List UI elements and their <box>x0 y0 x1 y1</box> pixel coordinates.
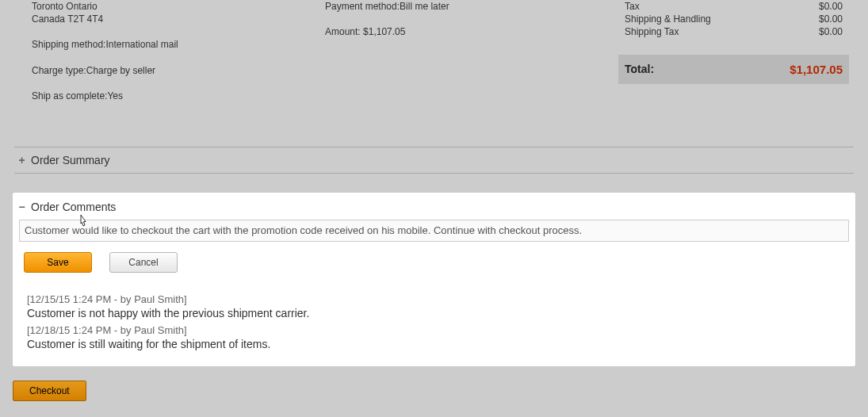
amount-label: Amount: <box>325 26 363 37</box>
comment-body: Customer is still waiting for the shipme… <box>27 338 841 350</box>
totals-tax: Tax $0.00 <box>618 0 849 13</box>
checkout-button[interactable]: Checkout <box>13 381 86 401</box>
order-info-row: Toronto Ontario Canada T2T 4T4 Shipping … <box>0 0 868 102</box>
shipping-label: Shipping & Handling <box>625 13 711 25</box>
shipping-method: Shipping method:International mail <box>32 38 325 51</box>
address-line-1: Toronto Ontario <box>32 0 325 13</box>
order-comments-panel: − Order Comments Save Cancel [12/15/15 1… <box>13 193 855 366</box>
tax-label: Tax <box>625 0 640 13</box>
order-comments-header[interactable]: − Order Comments <box>13 197 855 220</box>
comment-input[interactable] <box>19 220 849 242</box>
comment-meta: [12/15/15 1:24 PM - by Paul Smith] <box>27 293 841 305</box>
comment-meta: [12/18/15 1:24 PM - by Paul Smith] <box>27 324 841 336</box>
minus-icon: − <box>17 202 26 211</box>
comment-history: [12/15/15 1:24 PM - by Paul Smith] Custo… <box>13 273 855 350</box>
divider <box>14 173 854 174</box>
charge-type-value: Charge by seller <box>86 65 155 76</box>
total-label: Total: <box>625 63 654 75</box>
payment-column: Payment method:Bill me later Amount: $1,… <box>325 0 618 102</box>
payment-method-label: Payment method: <box>325 1 400 12</box>
shipping-method-value: International mail <box>105 39 178 50</box>
totals-shipping: Shipping & Handling $0.00 <box>618 13 849 25</box>
order-summary-title: Order Summary <box>31 154 110 166</box>
totals-final: Total: $1,107.05 <box>618 55 849 84</box>
totals-shiptax: Shipping Tax $0.00 <box>618 25 849 38</box>
payment-method-value: Bill me later <box>400 1 449 12</box>
amount: Amount: $1,107.05 <box>325 25 618 38</box>
totals-column: Tax $0.00 Shipping & Handling $0.00 Ship… <box>618 0 849 102</box>
plus-icon: + <box>17 155 26 164</box>
shipping-column: Toronto Ontario Canada T2T 4T4 Shipping … <box>32 0 325 102</box>
comment-body: Customer is not happy with the previous … <box>27 307 841 319</box>
amount-value: $1,107.05 <box>363 26 405 37</box>
order-summary-header[interactable]: + Order Summary <box>0 147 868 173</box>
charge-type-label: Charge type: <box>32 65 86 76</box>
payment-method: Payment method:Bill me later <box>325 0 618 13</box>
address-line-2: Canada T2T 4T4 <box>32 13 325 25</box>
shiptax-value: $0.00 <box>819 25 843 38</box>
charge-type: Charge type:Charge by seller <box>32 64 325 77</box>
ship-complete-label: Ship as complete: <box>32 90 107 101</box>
total-value: $1,107.05 <box>790 63 843 76</box>
ship-complete: Ship as complete:Yes <box>32 90 325 102</box>
shiptax-label: Shipping Tax <box>625 25 679 38</box>
cancel-button[interactable]: Cancel <box>109 252 178 273</box>
tax-value: $0.00 <box>819 0 843 13</box>
shipping-value: $0.00 <box>819 13 843 25</box>
shipping-method-label: Shipping method: <box>32 39 105 50</box>
order-comments-title: Order Comments <box>31 201 116 213</box>
ship-complete-value: Yes <box>107 90 123 101</box>
save-button[interactable]: Save <box>24 252 92 273</box>
